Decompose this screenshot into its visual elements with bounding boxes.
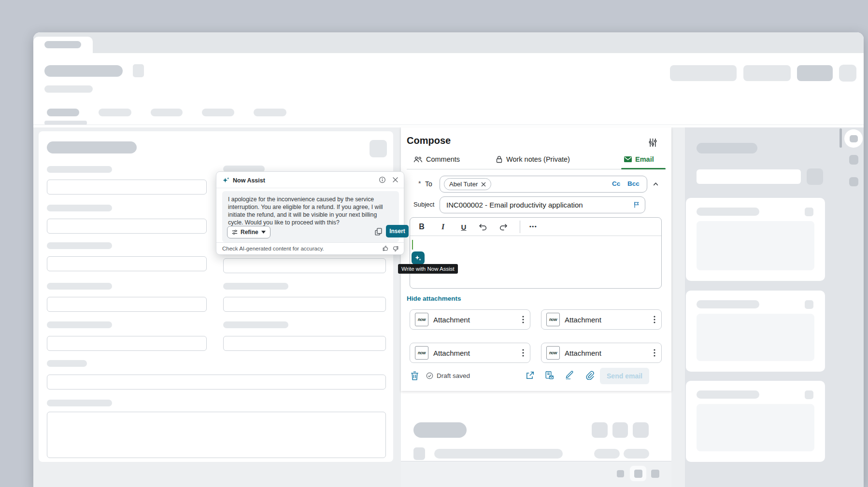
attachment-menu-icon[interactable] [654,316,655,323]
pagination-button[interactable] [617,470,624,477]
field-input-placeholder[interactable] [47,219,207,234]
envelope-icon [624,156,632,162]
header-button-primary[interactable] [797,65,833,81]
field-input-placeholder[interactable] [223,297,386,312]
bcc-button[interactable]: Bcc [627,180,640,187]
pagination-button-active[interactable] [634,470,642,478]
header-button-2[interactable] [743,65,791,81]
card-icon-placeholder[interactable] [805,390,813,399]
sidebar-title-placeholder [697,143,757,153]
form-corner-button[interactable] [370,140,387,157]
redo-icon[interactable] [497,222,510,232]
attachment-card[interactable]: now Attachment [410,309,530,330]
sidebar-search-button[interactable] [807,168,823,185]
pagination-button[interactable] [651,470,659,478]
stream-button-placeholder[interactable] [592,422,608,438]
compose-settings-icon[interactable] [647,137,658,148]
tab-pill-3[interactable] [151,109,183,116]
popup-title: Now Assist [233,177,265,184]
send-email-button[interactable]: Send email [600,368,649,384]
close-icon[interactable] [392,177,398,183]
email-template-icon[interactable] [545,371,554,380]
tab-email[interactable]: Email [624,155,654,163]
more-toolbar-button[interactable]: ••• [525,221,541,232]
refine-label: Refine [241,229,258,236]
bold-button[interactable]: B [416,221,427,233]
info-icon[interactable] [379,176,386,183]
field-input-placeholder[interactable] [47,256,207,271]
signature-pen-icon[interactable] [565,371,574,380]
field-input-placeholder[interactable] [47,375,386,390]
attachment-card[interactable]: now Attachment [541,343,662,363]
stream-button-placeholder[interactable] [612,422,628,438]
cc-button[interactable]: Cc [612,180,620,187]
field-input-placeholder[interactable] [47,297,207,312]
attachment-menu-icon[interactable] [522,316,524,323]
attachment-menu-icon[interactable] [654,349,655,357]
header-button-1[interactable] [670,65,737,81]
card-icon-placeholder[interactable] [805,208,813,216]
card-title-placeholder [697,390,759,399]
attachment-card[interactable]: now Attachment [410,343,530,363]
stream-button-placeholder[interactable] [633,422,649,438]
field-label-placeholder [223,321,288,328]
field-input-placeholder[interactable] [47,180,207,195]
stream-avatar-placeholder [413,447,425,460]
insert-button[interactable]: Insert [386,225,409,237]
header-icon-button[interactable] [839,65,856,82]
italic-button[interactable]: I [437,221,449,233]
tab-pill-2[interactable] [99,109,131,116]
sidebar-scrollbar[interactable] [840,128,842,148]
title-icon-placeholder [133,64,144,77]
field-input-placeholder[interactable] [47,336,207,351]
sidebar-card[interactable] [686,198,825,281]
tab-pill-active[interactable] [47,109,79,116]
stream-meta-placeholder [594,449,620,459]
thumbs-down-icon[interactable] [392,246,398,252]
delete-draft-icon[interactable] [411,371,419,380]
attachment-label: Attachment [433,349,470,357]
rail-item[interactable] [849,177,858,186]
sidebar-card[interactable] [686,291,825,372]
email-body-editor[interactable]: B I U ••• [410,217,662,289]
field-input-placeholder[interactable] [223,258,386,273]
attachment-card[interactable]: now Attachment [541,309,662,330]
sidebar-search-placeholder[interactable] [697,169,801,184]
subject-label: Subject [413,201,434,208]
recipient-chip[interactable]: Abel Tuter [444,178,491,190]
undo-icon[interactable] [477,222,489,232]
underline-button[interactable]: U [458,221,470,233]
field-label-placeholder [47,283,112,290]
field-label-placeholder [47,321,112,328]
accuracy-note: Check AI-generated content for accuracy. [222,246,324,251]
card-icon-placeholder[interactable] [805,300,813,309]
tab-work-notes[interactable]: Work notes (Private) [496,155,570,163]
refine-button[interactable]: Refine [227,226,270,238]
chip-remove-icon[interactable] [481,182,486,187]
hide-attachments-link[interactable]: Hide attachments [407,295,461,302]
subject-input[interactable]: INC000002 - Email productivity applicati… [440,196,645,213]
flag-icon[interactable] [633,201,640,209]
browser-tab[interactable] [33,37,93,53]
thumbs-up-icon[interactable] [383,245,389,251]
tab-pill-5[interactable] [254,109,286,116]
attachment-label: Attachment [433,316,470,324]
field-label-placeholder [47,360,87,367]
tab-pill-4[interactable] [202,109,234,116]
sidebar-card[interactable] [686,381,825,462]
now-assist-tooltip: Write with Now Assist [398,264,458,274]
attach-file-icon[interactable] [585,371,594,380]
recipient-name: Abel Tuter [449,181,478,188]
field-textarea-placeholder[interactable] [47,412,386,458]
chevron-up-icon[interactable] [651,180,660,188]
rail-item[interactable] [849,155,858,165]
field-input-placeholder[interactable] [223,336,386,351]
rail-active-item[interactable] [844,129,863,148]
open-new-window-icon[interactable] [526,371,534,380]
now-assist-button[interactable] [412,251,425,264]
attachment-menu-icon[interactable] [522,349,524,357]
card-title-placeholder [697,300,759,308]
tab-comments[interactable]: Comments [413,155,460,163]
copy-icon[interactable] [375,228,382,236]
to-field[interactable]: Abel Tuter Cc Bcc [440,176,647,193]
